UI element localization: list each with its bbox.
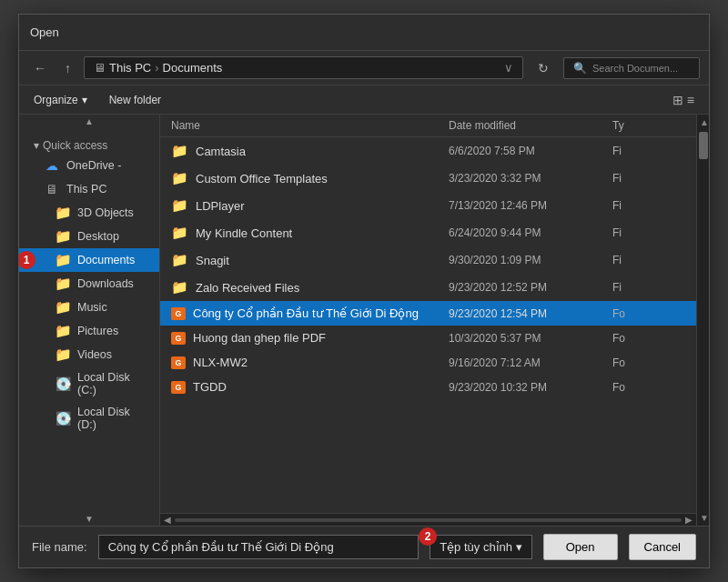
up-button[interactable]: ↑ <box>59 57 76 79</box>
drive-icon: 💽 <box>56 376 70 391</box>
file-name: Zalo Received Files <box>196 281 299 295</box>
address-this-pc[interactable]: This PC <box>109 61 151 75</box>
table-row[interactable]: G NLX-MW2 9/16/2020 7:12 AM Fo <box>160 350 696 375</box>
organize-dropdown-icon: ▾ <box>82 94 87 106</box>
sidebar-item-label: This PC <box>66 183 106 196</box>
sidebar-item-3d-objects[interactable]: 📁 3D Objects <box>19 201 159 225</box>
toolbar: ← ↑ 🖥 This PC › Documents ∨ ↻ 🔍 Search D… <box>19 51 709 85</box>
folder-icon: 📁 <box>56 300 70 315</box>
sidebar-item-music[interactable]: 📁 Music <box>19 296 159 319</box>
new-folder-button[interactable]: New folder <box>104 91 167 109</box>
scroll-thumb[interactable] <box>699 132 708 159</box>
table-row[interactable]: G TGDD 9/23/2020 10:32 PM Fo <box>160 375 696 399</box>
file-list-header: Name Date modified Ty <box>160 115 696 137</box>
file-area: Name Date modified Ty 📁 Camtasia 6/6/2 <box>160 115 709 526</box>
table-row[interactable]: 📁 My Kindle Content 6/24/2020 9:44 PM Fi <box>160 219 696 246</box>
table-row[interactable]: 📁 Custom Office Templates 3/23/2020 3:32… <box>160 165 696 192</box>
h-scroll-track[interactable] <box>175 518 682 522</box>
address-documents[interactable]: Documents <box>163 61 223 75</box>
file-date: 6/6/2020 7:58 PM <box>449 145 612 157</box>
view-options-button[interactable]: ⊞ ≡ <box>667 90 700 110</box>
documents-row: 1 📁 Documents <box>19 248 159 272</box>
file-name-cell: 📁 Custom Office Templates <box>171 170 449 186</box>
open-dialog: Open ← ↑ 🖥 This PC › Documents ∨ ↻ 🔍 Sea… <box>18 14 710 568</box>
folder-icon: 📁 <box>171 225 188 241</box>
file-name-cell: 📁 LDPlayer <box>171 197 449 214</box>
sidebar-scroll-down[interactable]: ▼ <box>19 512 159 526</box>
sidebar-item-label: Downloads <box>77 277 134 290</box>
file-name: LDPlayer <box>196 199 244 213</box>
scroll-down-arrow[interactable]: ▼ <box>697 510 709 526</box>
step2-container: 2 Tệp tùy chỉnh ▾ <box>430 535 532 559</box>
file-type: Fi <box>612 145 685 157</box>
folder-icon: 📁 <box>171 252 188 268</box>
file-date: 9/23/2020 10:32 PM <box>449 381 612 394</box>
scroll-up-arrow[interactable]: ▲ <box>697 115 709 130</box>
organize-button[interactable]: Organize ▾ <box>28 91 93 109</box>
cloud-icon: ☁ <box>45 158 59 173</box>
folder-icon: 📁 <box>56 206 70 220</box>
refresh-button[interactable]: ↻ <box>531 57 556 79</box>
file-name-cell: G Công ty Cổ phần Đầu tư Thế Giới Di Độn… <box>171 306 449 320</box>
cancel-button[interactable]: Cancel <box>629 534 696 560</box>
sidebar-item-onedrive[interactable]: ☁ OneDrive - <box>19 154 159 177</box>
file-name-cell: G Huong dan ghep file PDF <box>171 331 449 345</box>
col-type[interactable]: Ty <box>612 119 685 132</box>
table-row[interactable]: G Công ty Cổ phần Đầu tư Thế Giới Di Độn… <box>160 301 696 326</box>
sidebar-item-documents[interactable]: 📁 Documents <box>19 248 159 272</box>
filetype-dropdown-icon: ▾ <box>516 540 522 554</box>
filename-input[interactable] <box>98 535 419 559</box>
folder-orange-icon: G <box>171 381 186 394</box>
folder-icon: 📁 <box>171 279 188 296</box>
address-path: This PC › Documents <box>109 61 500 75</box>
table-row[interactable]: 📁 LDPlayer 7/13/2020 12:46 PM Fi <box>160 192 696 219</box>
quick-access-label: Quick access <box>43 139 107 152</box>
sidebar-item-label: Pictures <box>77 325 118 337</box>
file-name-cell: G TGDD <box>171 380 449 394</box>
address-dropdown-icon[interactable]: ∨ <box>504 61 513 75</box>
horizontal-scrollbar[interactable]: ◀ ▶ <box>160 513 696 526</box>
pc-icon: 🖥 <box>45 182 59 196</box>
folder-icon: 📁 <box>171 143 188 159</box>
vertical-scrollbar[interactable]: ▲ ▼ <box>696 115 709 526</box>
sidebar-item-downloads[interactable]: 📁 Downloads <box>19 272 159 296</box>
table-row[interactable]: 📁 Zalo Received Files 9/23/2020 12:52 PM… <box>160 274 696 301</box>
file-date: 9/23/2020 12:54 PM <box>449 307 612 320</box>
file-date: 7/13/2020 12:46 PM <box>449 199 612 212</box>
file-date: 9/16/2020 7:12 AM <box>449 356 612 369</box>
folder-icon: 📁 <box>56 347 70 362</box>
left-scroll-arrow[interactable]: ◀ <box>164 515 171 525</box>
sidebar-item-desktop[interactable]: 📁 Desktop <box>19 225 159 248</box>
col-name[interactable]: Name <box>171 119 449 132</box>
back-button[interactable]: ← <box>28 57 52 79</box>
folder-orange-icon: G <box>171 332 186 345</box>
sidebar-item-videos[interactable]: 📁 Videos <box>19 343 159 366</box>
sidebar-item-label: Local Disk (C:) <box>77 371 148 396</box>
sidebar-section-quick-access[interactable]: ▾ Quick access <box>19 135 159 154</box>
right-scroll-arrow[interactable]: ▶ <box>685 515 693 525</box>
table-row[interactable]: G Huong dan ghep file PDF 10/3/2020 5:37… <box>160 326 696 350</box>
file-type: Fo <box>612 381 685 394</box>
sidebar-item-label: 3D Objects <box>77 206 134 219</box>
table-row[interactable]: 📁 Snagit 9/30/2020 1:09 PM Fi <box>160 246 696 274</box>
sidebar-scroll-up[interactable]: ▲ <box>19 115 159 128</box>
file-date: 6/24/2020 9:44 PM <box>449 226 612 239</box>
file-list: 📁 Camtasia 6/6/2020 7:58 PM Fi 📁 Custom … <box>160 137 696 513</box>
file-list-container: Name Date modified Ty 📁 Camtasia 6/6/2 <box>160 115 696 526</box>
sidebar-item-local-disk-c[interactable]: 💽 Local Disk (C:) <box>19 366 159 401</box>
table-row[interactable]: 📁 Camtasia 6/6/2020 7:58 PM Fi <box>160 137 696 165</box>
search-bar[interactable]: 🔍 Search Documen... <box>563 57 700 79</box>
drive-icon: 💽 <box>56 411 70 426</box>
filename-label: File name: <box>32 540 87 554</box>
col-date[interactable]: Date modified <box>449 119 612 132</box>
sidebar-item-pictures[interactable]: 📁 Pictures <box>19 319 159 343</box>
filetype-dropdown[interactable]: Tệp tùy chỉnh ▾ <box>430 535 532 559</box>
open-button[interactable]: Open <box>543 534 618 560</box>
file-area-inner: Name Date modified Ty 📁 Camtasia 6/6/2 <box>160 115 709 526</box>
folder-icon: 📁 <box>56 276 70 291</box>
sidebar-item-this-pc[interactable]: 🖥 This PC <box>19 177 159 201</box>
sidebar-item-label: OneDrive - <box>66 159 121 172</box>
address-bar[interactable]: 🖥 This PC › Documents ∨ <box>84 56 523 79</box>
file-type: Fi <box>612 172 685 185</box>
sidebar-item-local-disk-d[interactable]: 💽 Local Disk (D:) <box>19 401 159 436</box>
